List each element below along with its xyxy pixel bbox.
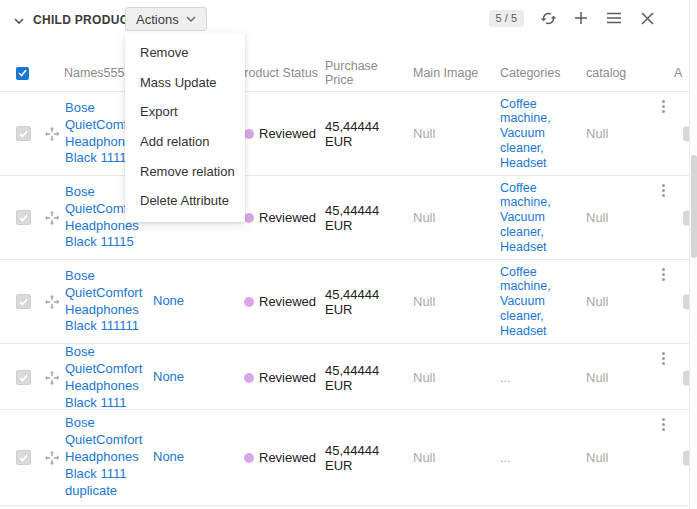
refresh-icon[interactable] — [539, 9, 557, 27]
row-checkbox[interactable] — [16, 126, 31, 141]
product-name-link[interactable]: Bose QuietComfort Headphones Black 1111 — [65, 344, 145, 412]
purchase-price-value: 45,44444 EUR — [325, 443, 409, 473]
status-label: Reviewed — [259, 126, 316, 141]
table-row: Bose QuietComfort Headphones Black 11117… — [0, 92, 689, 176]
menu-item-remove-relation[interactable]: Remove relation — [125, 157, 245, 187]
row-menu-icon[interactable] — [656, 265, 670, 283]
purchase-price-value: 45,44444 EUR — [325, 119, 409, 149]
row-menu-icon[interactable] — [656, 349, 670, 367]
scrollbar-thumb[interactable] — [691, 155, 697, 258]
row-menu-icon[interactable] — [656, 181, 670, 199]
row-checkbox[interactable] — [16, 370, 31, 385]
chevron-down-icon[interactable] — [11, 13, 27, 29]
select-all-checkbox[interactable] — [16, 67, 29, 80]
record-counter: 5 / 5 — [489, 10, 524, 27]
catalog-value: Null — [586, 450, 608, 465]
status-dot — [244, 129, 254, 139]
row-menu-icon[interactable] — [656, 415, 670, 433]
actions-button-label: Actions — [136, 12, 179, 27]
purchase-price-value: 45,44444 EUR — [325, 203, 409, 233]
relation-link[interactable]: None — [153, 369, 184, 386]
catalog-value: Null — [586, 370, 608, 385]
table-row: Bose QuietComfort Headphones Black 1111 … — [0, 344, 689, 410]
status-label: Reviewed — [259, 450, 316, 465]
relation-link[interactable]: None — [153, 449, 184, 466]
drag-handle-icon[interactable] — [44, 294, 60, 310]
status-dot — [244, 213, 254, 223]
chevron-down-icon — [186, 16, 196, 22]
drag-handle-icon[interactable] — [44, 370, 60, 386]
menu-item-delete-attribute[interactable]: Delete Attribute — [125, 186, 245, 216]
status-label: Reviewed — [259, 294, 316, 309]
drag-handle-icon[interactable] — [44, 450, 60, 466]
catalog-value: Null — [586, 126, 608, 141]
status-label: Reviewed — [259, 210, 316, 225]
relation-link[interactable]: None — [153, 293, 184, 310]
categories-links[interactable]: Coffee machine, Vacuum cleaner, Headset — [500, 97, 558, 171]
categories-ellipsis: ... — [500, 450, 511, 465]
status-label: Reviewed — [259, 370, 316, 385]
drag-handle-icon[interactable] — [44, 126, 60, 142]
plus-icon[interactable] — [572, 9, 590, 27]
categories-links[interactable]: Coffee machine, Vacuum cleaner, Headset — [500, 181, 558, 255]
catalog-value: Null — [586, 210, 608, 225]
vertical-scrollbar[interactable] — [689, 0, 697, 509]
main-image-value: Null — [413, 210, 435, 225]
panel-header: CHILD PRODUCTS Actions 5 / 5 — [0, 0, 689, 42]
actions-dropdown-menu: Remove Mass Update Export Add relation R… — [125, 33, 245, 222]
purchase-price-value: 45,44444 EUR — [325, 287, 409, 317]
menu-icon[interactable] — [605, 9, 623, 27]
panel-toolbar: 5 / 5 — [489, 9, 656, 27]
child-products-table: Names555 Product Status Purchase Price M… — [0, 55, 689, 506]
main-image-value: Null — [413, 370, 435, 385]
status-dot — [244, 297, 254, 307]
table-row: Bose QuietComfort Headphones Black 11111… — [0, 260, 689, 344]
categories-ellipsis: ... — [500, 370, 511, 385]
status-dot — [244, 453, 254, 463]
close-icon[interactable] — [638, 9, 656, 27]
menu-item-add-relation[interactable]: Add relation — [125, 127, 245, 157]
row-menu-icon[interactable] — [656, 97, 670, 115]
status-dot — [244, 373, 254, 383]
table-row: Bose QuietComfort Headphones Black 1111 … — [0, 410, 689, 506]
drag-handle-icon[interactable] — [44, 210, 60, 226]
menu-item-mass-update[interactable]: Mass Update — [125, 68, 245, 98]
column-header-purchase-price[interactable]: Purchase Price — [323, 55, 409, 91]
product-name-link[interactable]: Bose QuietComfort Headphones Black 11111… — [65, 268, 145, 336]
menu-item-remove[interactable]: Remove — [125, 38, 245, 68]
catalog-value: Null — [586, 294, 608, 309]
column-header-catalog[interactable]: catalog — [582, 55, 650, 91]
categories-links[interactable]: Coffee machine, Vacuum cleaner, Headset — [500, 265, 558, 339]
main-image-value: Null — [413, 294, 435, 309]
main-image-value: Null — [413, 450, 435, 465]
actions-button[interactable]: Actions — [125, 7, 207, 31]
table-header-row: Names555 Product Status Purchase Price M… — [0, 55, 689, 92]
menu-item-export[interactable]: Export — [125, 97, 245, 127]
purchase-price-value: 45,44444 EUR — [325, 363, 409, 393]
column-header-categories[interactable]: Categories — [497, 55, 582, 91]
row-checkbox[interactable] — [16, 210, 31, 225]
main-image-value: Null — [413, 126, 435, 141]
column-header-main-image[interactable]: Main Image — [409, 55, 497, 91]
table-row: Bose QuietComfort Headphones Black 11115… — [0, 176, 689, 260]
product-name-link[interactable]: Bose QuietComfort Headphones Black 1111 … — [65, 415, 145, 499]
row-checkbox[interactable] — [16, 294, 31, 309]
column-header-partial[interactable]: A — [650, 55, 689, 91]
row-checkbox[interactable] — [16, 450, 31, 465]
child-products-panel: CHILD PRODUCTS Actions 5 / 5 — [0, 0, 697, 509]
